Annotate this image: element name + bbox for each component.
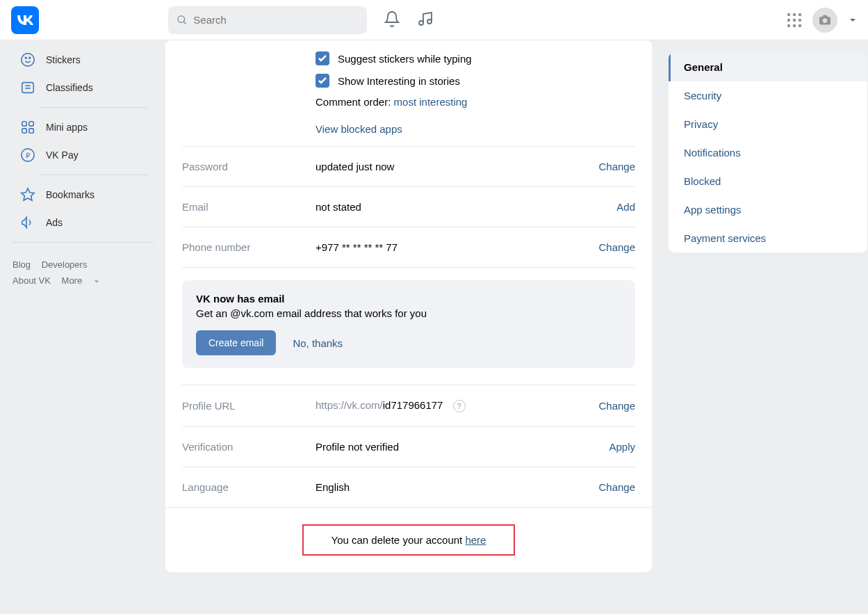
svg-point-6 (25, 57, 26, 58)
chevron-down-icon[interactable] (849, 16, 857, 24)
profile-url-change-link[interactable]: Change (598, 400, 635, 412)
svg-text:₽: ₽ (26, 152, 31, 159)
delete-account-text: You can delete your account (331, 534, 466, 546)
sidebar-item-label: VK Pay (46, 150, 79, 161)
star-icon (19, 186, 36, 203)
language-label: Language (182, 481, 316, 493)
search-icon (177, 14, 188, 26)
svg-point-2 (419, 21, 423, 25)
svg-rect-11 (22, 122, 26, 126)
settings-tab-blocked[interactable]: Blocked (669, 167, 867, 195)
settings-nav: General Security Privacy Notifications B… (669, 53, 867, 252)
promo-title: VK now has email (196, 293, 621, 305)
checkbox-suggest-stickers[interactable] (316, 51, 329, 65)
sidebar-item-miniapps[interactable]: Mini apps (13, 113, 147, 141)
settings-tab-payment[interactable]: Payment services (669, 224, 867, 252)
settings-tab-notifications[interactable]: Notifications (669, 138, 867, 167)
language-change-link[interactable]: Change (598, 481, 635, 493)
verification-label: Verification (182, 441, 316, 453)
sidebar-item-label: Bookmarks (46, 189, 95, 200)
profile-url-label: Profile URL (182, 400, 316, 412)
sidebar-item-ads[interactable]: Ads (13, 209, 147, 236)
phone-value: +977 ** ** ** ** 77 (316, 241, 598, 253)
sidebar-item-stickers[interactable]: Stickers (13, 46, 147, 74)
search-input[interactable] (193, 14, 359, 26)
svg-rect-13 (22, 129, 26, 133)
svg-line-1 (183, 22, 186, 24)
password-value: updated just now (316, 161, 598, 172)
footer-more[interactable]: More (62, 275, 100, 286)
svg-point-7 (29, 57, 31, 58)
comment-order-label: Comment order: (316, 96, 394, 108)
notifications-icon[interactable] (384, 10, 400, 29)
svg-point-0 (178, 15, 185, 22)
verification-apply-link[interactable]: Apply (609, 441, 635, 453)
sidebar-item-bookmarks[interactable]: Bookmarks (13, 181, 147, 209)
delete-account-link[interactable]: here (465, 534, 486, 546)
no-thanks-button[interactable]: No, thanks (293, 337, 343, 349)
profile-url-id: id717966177 (383, 399, 443, 411)
svg-rect-8 (22, 83, 34, 93)
comment-order-value[interactable]: most interesting (394, 96, 468, 108)
miniapps-icon (19, 119, 36, 136)
password-change-link[interactable]: Change (598, 161, 635, 172)
sidebar-item-label: Ads (46, 217, 63, 228)
settings-tab-appsettings[interactable]: App settings (669, 195, 867, 224)
delete-account-highlight: You can delete your account here (302, 524, 516, 556)
vkpay-icon: ₽ (19, 147, 36, 163)
svg-point-4 (823, 18, 827, 22)
smile-icon (19, 51, 36, 68)
email-value: not stated (316, 201, 616, 213)
footer-about[interactable]: About VK (13, 275, 51, 286)
sidebar-item-vkpay[interactable]: ₽ VK Pay (13, 141, 147, 169)
settings-tab-security[interactable]: Security (669, 81, 867, 110)
promo-desc: Get an @vk.com email address that works … (196, 307, 621, 319)
create-email-button[interactable]: Create email (196, 330, 276, 355)
checkbox-label: Suggest stickers while typing (338, 53, 472, 65)
svg-marker-17 (22, 188, 34, 200)
svg-point-5 (22, 54, 34, 66)
password-label: Password (182, 161, 316, 172)
apps-grid-icon[interactable] (787, 13, 801, 27)
verification-value: Profile not verified (316, 441, 609, 453)
camera-icon (818, 15, 832, 26)
sidebar-item-label: Mini apps (46, 122, 88, 133)
view-blocked-apps-link[interactable]: View blocked apps (316, 123, 402, 135)
profile-url-prefix: https://vk.com/ (316, 399, 383, 411)
avatar[interactable] (812, 8, 837, 33)
sidebar-item-label: Stickers (46, 54, 81, 65)
checkbox-label: Show Interesting in stories (338, 75, 460, 87)
settings-tab-privacy[interactable]: Privacy (669, 110, 867, 138)
sidebar-item-classifieds[interactable]: Classifieds (13, 74, 147, 102)
checkbox-show-interesting[interactable] (316, 74, 329, 88)
classifieds-icon (19, 79, 36, 96)
footer-blog[interactable]: Blog (13, 259, 31, 270)
phone-change-link[interactable]: Change (598, 241, 635, 253)
sidebar-item-label: Classifieds (46, 82, 93, 93)
footer-developers[interactable]: Developers (42, 259, 88, 270)
svg-point-3 (427, 19, 432, 24)
language-value: English (316, 481, 598, 493)
phone-label: Phone number (182, 241, 316, 253)
vk-logo[interactable] (11, 6, 39, 34)
email-add-link[interactable]: Add (616, 201, 635, 213)
settings-tab-general[interactable]: General (669, 53, 867, 81)
search-box[interactable] (168, 6, 367, 34)
email-promo-box: VK now has email Get an @vk.com email ad… (182, 280, 635, 368)
megaphone-icon (19, 214, 36, 231)
email-label: Email (182, 201, 316, 213)
music-icon[interactable] (417, 10, 434, 29)
svg-rect-12 (29, 122, 33, 126)
svg-rect-14 (29, 129, 33, 133)
help-icon[interactable]: ? (453, 400, 466, 412)
